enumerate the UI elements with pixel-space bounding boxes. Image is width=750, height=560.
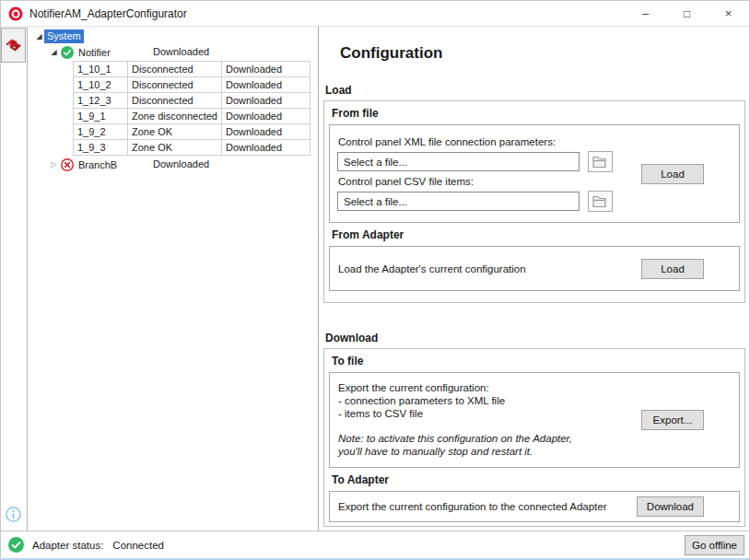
xml-browse-button[interactable] xyxy=(588,151,613,172)
to-adapter-text: Export the current configuration to the … xyxy=(338,501,607,512)
load-from-adapter-button[interactable]: Load xyxy=(641,259,704,279)
export-button[interactable]: Export... xyxy=(641,410,704,430)
adapter-status-label: Adapter status: xyxy=(32,540,103,551)
expander-collapsed-icon[interactable]: ▷ xyxy=(49,160,59,169)
folder-icon xyxy=(592,156,608,169)
configuration-panel: Configuration Load From file Control pan… xyxy=(319,27,749,531)
item-download-cell: Downloaded xyxy=(221,93,310,109)
load-from-file-button[interactable]: Load xyxy=(641,164,704,184)
xml-file-input[interactable] xyxy=(337,152,580,171)
item-state-cell: Disconnected xyxy=(128,77,222,93)
folder-icon xyxy=(592,195,608,208)
item-download-cell: Downloaded xyxy=(221,62,310,77)
tree-node-branchb[interactable]: ▷ BranchB Downloaded xyxy=(28,157,318,172)
export-line-1: Export the current configuration: xyxy=(338,381,731,394)
download-section-label: Download xyxy=(325,332,745,344)
status-ok-icon xyxy=(61,46,74,59)
notifier-module-button[interactable] xyxy=(1,28,26,63)
device-tree: ◢ System ◢ Notifier Downloaded 1_10_1 Di… xyxy=(28,27,319,531)
table-row[interactable]: 1_12_3 Disconnected Downloaded xyxy=(74,93,311,109)
go-offline-button[interactable]: Go offline xyxy=(685,535,744,555)
notifier-download-status: Downloaded xyxy=(153,46,209,57)
maximize-button[interactable]: □ xyxy=(666,1,708,26)
load-section-label: Load xyxy=(325,84,745,97)
status-error-icon xyxy=(61,158,74,171)
load-groupbox: From file Control panel XML file connect… xyxy=(323,100,745,303)
window-title: NotifierAM_AdapterConfigurator xyxy=(29,7,625,20)
close-button[interactable]: × xyxy=(708,1,749,26)
item-state-cell: Zone disconnected xyxy=(128,109,222,124)
item-download-cell: Downloaded xyxy=(221,109,310,124)
to-adapter-heading: To Adapter xyxy=(329,468,740,491)
item-state-cell: Zone OK xyxy=(128,140,222,156)
adapter-connected-icon xyxy=(8,537,24,553)
to-file-heading: To file xyxy=(329,349,740,372)
item-id-cell: 1_10_1 xyxy=(74,62,128,77)
table-row[interactable]: 1_9_2 Zone OK Downloaded xyxy=(74,124,311,140)
table-row[interactable]: 1_10_2 Disconnected Downloaded xyxy=(74,77,311,93)
tree-node-notifier-label: Notifier xyxy=(78,47,111,58)
item-id-cell: 1_9_1 xyxy=(74,109,128,124)
csv-file-input[interactable] xyxy=(337,192,580,211)
item-download-cell: Downloaded xyxy=(221,77,310,93)
table-row[interactable]: 1_9_1 Zone disconnected Downloaded xyxy=(74,109,311,124)
minimize-button[interactable]: – xyxy=(625,1,666,26)
fire-alarm-icon xyxy=(4,37,23,54)
export-note-line-2: you'll have to manually stop and restart… xyxy=(338,445,731,458)
from-adapter-box: Load the Adapter's current configuration… xyxy=(329,246,740,291)
csv-file-row xyxy=(337,191,732,212)
expander-expanded-icon[interactable]: ◢ xyxy=(49,48,59,56)
info-icon[interactable] xyxy=(6,507,21,522)
from-adapter-heading: From Adapter xyxy=(329,223,740,246)
zone-items-table: 1_10_1 Disconnected Downloaded 1_10_2 Di… xyxy=(73,61,311,156)
from-file-box: Control panel XML file connection parame… xyxy=(329,124,740,223)
item-id-cell: 1_9_2 xyxy=(74,124,128,140)
branchb-download-status: Downloaded xyxy=(153,158,209,169)
app-logo-icon xyxy=(8,6,23,21)
export-line-2: - connection parameters to XML file xyxy=(338,394,731,407)
tree-node-system[interactable]: ◢ System xyxy=(28,29,318,44)
page-title: Configuration xyxy=(340,44,745,63)
item-state-cell: Disconnected xyxy=(128,93,222,109)
adapter-status-value: Connected xyxy=(112,540,164,551)
csv-browse-button[interactable] xyxy=(588,191,613,212)
export-note-line-1: Note: to activate this configuration on … xyxy=(338,432,731,445)
tool-sidebar xyxy=(1,27,28,531)
item-download-cell: Downloaded xyxy=(221,140,310,156)
item-id-cell: 1_9_3 xyxy=(74,140,128,156)
to-file-box: Export the current configuration: - conn… xyxy=(329,372,740,468)
tree-node-branchb-label: BranchB xyxy=(78,159,117,170)
tree-node-notifier[interactable]: ◢ Notifier Downloaded xyxy=(28,44,318,60)
application-window: NotifierAM_AdapterConfigurator – □ × xyxy=(0,0,750,560)
status-bar: Adapter status: Connected Go offline xyxy=(1,531,749,558)
download-button[interactable]: Download xyxy=(637,496,704,517)
item-id-cell: 1_10_2 xyxy=(74,77,128,93)
from-adapter-text: Load the Adapter's current configuration xyxy=(338,263,526,274)
table-row[interactable]: 1_9_3 Zone OK Downloaded xyxy=(74,140,311,156)
item-state-cell: Disconnected xyxy=(128,62,222,77)
title-bar: NotifierAM_AdapterConfigurator – □ × xyxy=(1,1,749,27)
table-row[interactable]: 1_10_1 Disconnected Downloaded xyxy=(74,62,311,77)
item-state-cell: Zone OK xyxy=(128,124,222,140)
download-groupbox: To file Export the current configuration… xyxy=(323,348,745,527)
xml-file-label: Control panel XML file connection parame… xyxy=(338,136,732,147)
tree-node-system-label[interactable]: System xyxy=(44,29,84,43)
item-download-cell: Downloaded xyxy=(221,124,310,140)
to-adapter-box: Export the current configuration to the … xyxy=(329,491,740,522)
main-area: ◢ System ◢ Notifier Downloaded 1_10_1 Di… xyxy=(1,27,749,531)
expander-expanded-icon[interactable]: ◢ xyxy=(34,32,44,41)
from-file-heading: From file xyxy=(329,101,740,124)
item-id-cell: 1_12_3 xyxy=(74,93,128,109)
